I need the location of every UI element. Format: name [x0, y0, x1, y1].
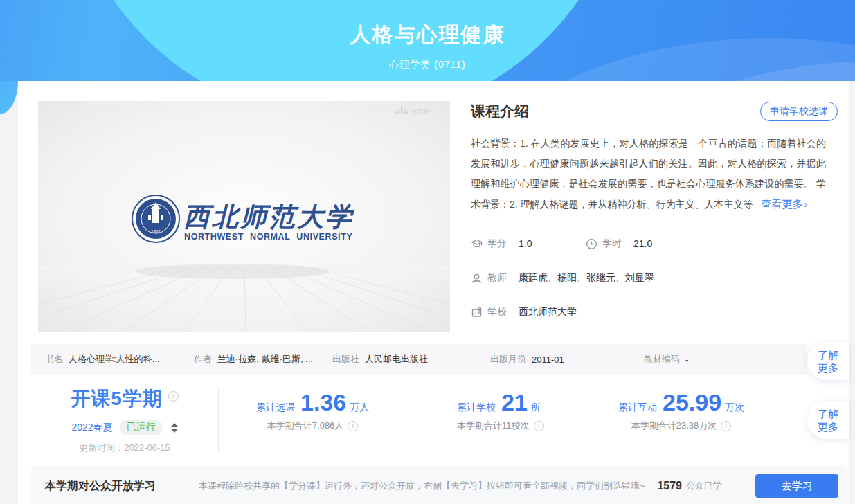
credit-value: 1.0 [519, 238, 532, 249]
school-group: 学校 西北师范大学 [471, 306, 577, 318]
teacher-value: 康廷虎、杨阳、张继元、刘显翠 [519, 272, 654, 285]
public-learner-count-suffix: 公众已学 [686, 480, 722, 492]
apply-school-course-button[interactable]: 申请学校选课 [760, 102, 838, 121]
stat-interactions: 累计互动 25.99 万次 本学期合计23.38万次 i [618, 390, 744, 432]
hours-label: 学时 [602, 237, 622, 250]
course-category: 心理学类 (0711) [0, 59, 855, 71]
textbook-code-item: 教材编码 - [644, 353, 688, 366]
learn-more-label: 了解更多 [818, 348, 840, 375]
school-building-icon [471, 307, 483, 318]
hours-value: 21.0 [633, 238, 652, 249]
stat-enrolled-sub: 本学期合计7,086人 [267, 420, 344, 432]
stat-schools: 累计学校 21 所 本学期合计11校次 i [457, 390, 544, 432]
learn-more-bubble-textbook[interactable]: 了解更多 [807, 342, 849, 380]
info-icon[interactable]: i [168, 391, 179, 402]
textbook-month-label: 出版月份 [490, 353, 526, 366]
stat-interactions-unit: 万次 [725, 402, 744, 414]
update-time: 更新时间：2022-06-15 [31, 442, 218, 454]
svg-text:1902: 1902 [151, 229, 161, 233]
course-title: 人格与心理健康 [0, 21, 855, 49]
info-icon[interactable]: i [534, 421, 544, 431]
textbook-name-item: 书名 人格心理学:人性的科... [45, 353, 194, 366]
semester-block: 开课5学期 i 2022春夏 已运行 更新时间：2022-06-15 [31, 386, 218, 454]
stat-schools-value: 21 [501, 390, 528, 414]
hours-group: 学时 21.0 [586, 237, 652, 250]
info-icon[interactable]: i [348, 421, 358, 431]
stat-schools-unit: 所 [531, 402, 541, 414]
learn-more-bubble-stats[interactable]: 了解更多 [807, 401, 849, 439]
stat-enrolled-label: 累计选课 [256, 402, 295, 414]
credit-label: 学分 [487, 237, 507, 250]
textbook-publisher-label: 出版社 [332, 353, 359, 366]
update-time-label: 更新时间： [79, 442, 124, 453]
course-card: 1902 西北师范大学 NORTHWEST NORMAL UNIVERSITY … [18, 81, 849, 504]
teacher-label: 教师 [487, 272, 507, 285]
stat-enrolled-value: 1.36 [300, 390, 346, 414]
course-video-thumbnail[interactable]: 1902 西北师范大学 NORTHWEST NORMAL UNIVERSITY … [38, 101, 450, 332]
public-access-title: 本学期对公众开放学习 [45, 479, 156, 494]
textbook-code-label: 教材编码 [644, 353, 680, 366]
chevron-right-icon: › [804, 198, 808, 210]
course-description: 社会背景：1. 在人类的发展史上，对人格的探索是一个亘古的话题；而随着社会的发展… [471, 134, 826, 215]
textbook-author-item: 作者 兰迪·拉森, 戴维·巴斯, ... [194, 353, 332, 366]
textbook-name-label: 书名 [45, 353, 63, 366]
university-name-en: NORTHWEST NORMAL UNIVERSITY [184, 232, 352, 242]
teacher-group: 教师 康廷虎、杨阳、张继元、刘显翠 [471, 272, 654, 285]
go-learn-button[interactable]: 去学习 [755, 474, 838, 498]
textbook-name-value: 人格心理学:人性的科... [69, 353, 159, 366]
update-time-value: 2022-06-15 [124, 442, 170, 453]
university-seal-icon: 1902 [132, 195, 179, 242]
textbook-publisher-value: 人民邮电出版社 [365, 353, 428, 366]
textbook-publisher-item: 出版社 人民邮电出版社 [332, 353, 490, 366]
header-curve-decoration [0, 81, 18, 114]
view-more-label: 查看更多 [762, 198, 803, 210]
public-access-bar: 本学期对公众开放学习 本课程除跨校共享的【学分课】运行外，还对公众开放，右侧【去… [31, 465, 848, 504]
stat-schools-label: 累计学校 [457, 402, 496, 414]
stat-enrolled-unit: 万人 [350, 402, 369, 414]
stat-schools-sub: 本学期合计11校次 [457, 420, 530, 432]
user-icon [471, 273, 483, 285]
textbook-author-value: 兰迪·拉森, 戴维·巴斯, ... [217, 353, 313, 366]
university-name-cn: 西北师范大学 [183, 202, 354, 231]
status-badge: 已运行 [120, 420, 163, 435]
stat-interactions-label: 累计互动 [618, 402, 657, 414]
clock-icon [586, 238, 597, 250]
info-icon[interactable]: i [721, 421, 731, 431]
public-learner-count: 1579 [657, 480, 682, 492]
semester-count-title: 开课5学期 [71, 386, 163, 412]
school-value: 西北师范大学 [519, 306, 577, 318]
logo-shadow [135, 264, 329, 279]
school-label: 学校 [487, 306, 507, 318]
learn-more-label: 了解更多 [818, 407, 840, 433]
textbook-month-value: 2011-01 [532, 354, 564, 365]
page-header: 人格与心理健康 心理学类 (0711) [0, 0, 855, 81]
public-access-description: 本课程除跨校共享的【学分课】运行外，还对公众开放，右侧【去学习】按钮即可看全部视… [199, 480, 645, 492]
view-more-link[interactable]: 查看更多› [762, 198, 808, 210]
textbook-month-item: 出版月份 2011-01 [490, 353, 644, 366]
sort-arrows-icon[interactable] [171, 423, 178, 433]
section-title-course-intro: 课程介绍 [471, 102, 529, 121]
graduation-cap-icon [471, 238, 483, 250]
textbook-code-value: - [685, 354, 688, 365]
public-count-group: 1579 公众已学 [657, 480, 722, 492]
textbook-author-label: 作者 [194, 353, 212, 366]
watermark-text: 智慧树 [411, 108, 430, 115]
stat-interactions-sub: 本学期合计23.38万次 [631, 420, 717, 432]
current-semester: 2022春夏 [71, 422, 112, 434]
credit-group: 学分 1.0 [471, 237, 586, 250]
vertical-divider [218, 389, 219, 452]
textbook-info-bar: 书名 人格心理学:人性的科... 作者 兰迪·拉森, 戴维·巴斯, ... 出版… [31, 344, 807, 375]
stat-interactions-value: 25.99 [663, 390, 721, 414]
stat-enrolled: 累计选课 1.36 万人 本学期合计7,086人 i [256, 390, 369, 432]
